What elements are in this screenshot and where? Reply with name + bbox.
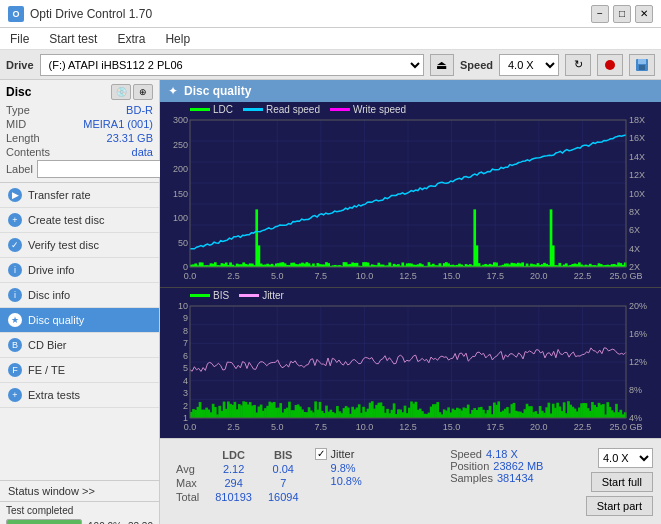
verify-icon: ✓ — [8, 238, 22, 252]
position-key: Position — [450, 460, 489, 472]
nav-create-test-disc[interactable]: + Create test disc — [0, 208, 159, 233]
chart-area: ✦ Disc quality LDC Read speed — [160, 80, 661, 524]
label-input[interactable] — [37, 160, 170, 178]
title-bar: O Opti Drive Control 1.70 − □ ✕ — [0, 0, 661, 28]
nav-disc-quality[interactable]: ★ Disc quality — [0, 308, 159, 333]
nav-cd-bier[interactable]: B CD Bier — [0, 333, 159, 358]
legend-ldc: LDC — [190, 104, 233, 115]
status-window-label: Status window >> — [8, 485, 95, 497]
jitter-color — [239, 294, 259, 297]
nav-fe-te-label: FE / TE — [28, 364, 65, 376]
contents-value: data — [132, 146, 153, 158]
type-label: Type — [6, 104, 30, 116]
menu-extra[interactable]: Extra — [113, 30, 149, 48]
menu-bar: File Start test Extra Help — [0, 28, 661, 50]
nav-drive-info[interactable]: i Drive info — [0, 258, 159, 283]
transfer-rate-icon: ▶ — [8, 188, 22, 202]
jitter-total-val — [331, 488, 362, 500]
start-part-button[interactable]: Start part — [586, 496, 653, 516]
start-full-button[interactable]: Start full — [591, 472, 653, 492]
menu-file[interactable]: File — [6, 30, 33, 48]
nav-transfer-rate[interactable]: ▶ Transfer rate — [0, 183, 159, 208]
mid-label: MID — [6, 118, 26, 130]
disc-section-label: Disc — [6, 85, 31, 99]
fe-te-icon: F — [8, 363, 22, 377]
nav-verify-label: Verify test disc — [28, 239, 99, 251]
nav-extra-tests-label: Extra tests — [28, 389, 80, 401]
save-button[interactable] — [629, 54, 655, 76]
speed-key: Speed — [450, 448, 482, 460]
stats-table: LDC BIS Avg 2.12 0.04 Max — [168, 448, 307, 504]
jitter-label: Jitter — [331, 448, 355, 460]
cd-bier-icon: B — [8, 338, 22, 352]
top-chart-legend: LDC Read speed Write speed — [190, 104, 406, 115]
legend-bis-label: BIS — [213, 290, 229, 301]
start-speed-select[interactable]: 4.0 X — [598, 448, 653, 468]
svg-rect-2 — [638, 59, 646, 64]
total-ldc-val: 810193 — [207, 490, 260, 504]
nav-disc-info-label: Disc info — [28, 289, 70, 301]
total-bis-val: 16094 — [260, 490, 307, 504]
disc-icon-1[interactable]: 💿 — [111, 84, 131, 100]
nav-disc-quality-label: Disc quality — [28, 314, 84, 326]
read-speed-color — [243, 108, 263, 111]
top-chart-canvas — [160, 102, 661, 287]
menu-start-test[interactable]: Start test — [45, 30, 101, 48]
refresh-button[interactable]: ↻ — [565, 54, 591, 76]
jitter-section: ✓ Jitter 9.8% 10.8% — [315, 448, 443, 500]
contents-label: Contents — [6, 146, 50, 158]
legend-jitter-label: Jitter — [262, 290, 284, 301]
buttons-section: 4.0 X Start full Start part — [586, 448, 653, 516]
eject-button[interactable]: ⏏ — [430, 54, 454, 76]
max-bis-val: 7 — [260, 476, 307, 490]
nav-extra-tests[interactable]: + Extra tests — [0, 383, 159, 408]
legend-jitter: Jitter — [239, 290, 284, 301]
nav-items: ▶ Transfer rate + Create test disc ✓ Ver… — [0, 183, 159, 480]
legend-read-speed: Read speed — [243, 104, 320, 115]
svg-point-0 — [605, 60, 615, 70]
main-layout: Disc 💿 ⊕ Type BD-R MID MEIRA1 (001) Leng… — [0, 80, 661, 524]
charts-wrapper: LDC Read speed Write speed — [160, 102, 661, 438]
menu-help[interactable]: Help — [161, 30, 194, 48]
legend-read-speed-label: Read speed — [266, 104, 320, 115]
nav-disc-info[interactable]: i Disc info — [0, 283, 159, 308]
label-key: Label — [6, 163, 33, 175]
bottom-chart: BIS Jitter — [160, 288, 661, 438]
length-value: 23.31 GB — [107, 132, 153, 144]
disc-icon-2[interactable]: ⊕ — [133, 84, 153, 100]
write-speed-color — [330, 108, 350, 111]
nav-verify-test-disc[interactable]: ✓ Verify test disc — [0, 233, 159, 258]
maximize-button[interactable]: □ — [613, 5, 631, 23]
app-icon: O — [8, 6, 24, 22]
chart-title: Disc quality — [184, 84, 251, 98]
stats-panel: LDC BIS Avg 2.12 0.04 Max — [160, 438, 661, 524]
drive-info-icon: i — [8, 263, 22, 277]
samples-val: 381434 — [497, 472, 534, 484]
minimize-button[interactable]: − — [591, 5, 609, 23]
drive-label: Drive — [6, 59, 34, 71]
total-label: Total — [168, 490, 207, 504]
length-label: Length — [6, 132, 40, 144]
nav-fe-te[interactable]: F FE / TE — [0, 358, 159, 383]
speed-val: 4.18 X — [486, 448, 518, 460]
bottom-chart-canvas — [160, 288, 661, 438]
status-window-button[interactable]: Status window >> — [0, 481, 159, 502]
col-ldc-header: LDC — [207, 448, 260, 462]
disc-info-icon: i — [8, 288, 22, 302]
drive-select[interactable]: (F:) ATAPI iHBS112 2 PL06 — [40, 54, 424, 76]
record-button[interactable] — [597, 54, 623, 76]
top-chart: LDC Read speed Write speed — [160, 102, 661, 288]
speed-select[interactable]: 4.0 X — [499, 54, 559, 76]
chart-header: ✦ Disc quality — [160, 80, 661, 102]
max-ldc-val: 294 — [207, 476, 260, 490]
speed-label: Speed — [460, 59, 493, 71]
jitter-checkbox[interactable]: ✓ — [315, 448, 327, 460]
progress-bar-fill — [7, 520, 81, 524]
close-button[interactable]: ✕ — [635, 5, 653, 23]
bis-color — [190, 294, 210, 297]
avg-label: Avg — [168, 462, 207, 476]
create-test-disc-icon: + — [8, 213, 22, 227]
legend-write-speed: Write speed — [330, 104, 406, 115]
chart-header-icon: ✦ — [168, 84, 178, 98]
legend-write-speed-label: Write speed — [353, 104, 406, 115]
